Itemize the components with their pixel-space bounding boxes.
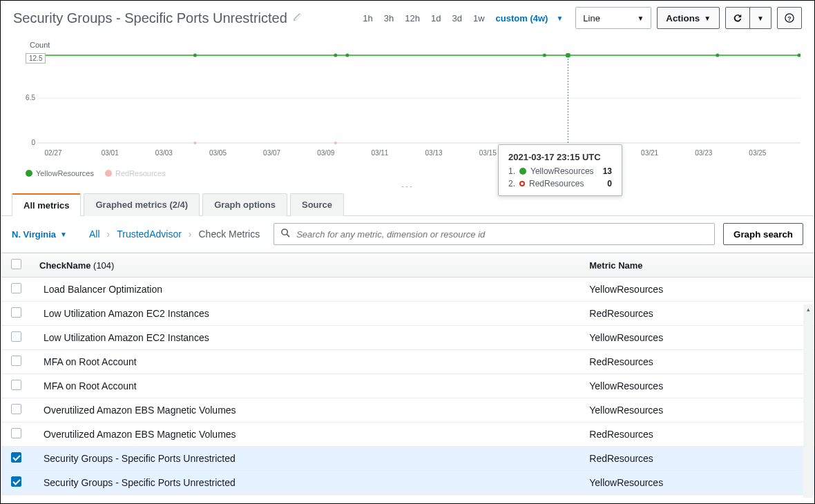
chart-type-caret-icon: ▼ (637, 14, 644, 22)
search-wrap (274, 223, 715, 245)
table-row[interactable]: MFA on Root AccountRedResources (1, 350, 814, 374)
chart-svg: 6.5 0 02/27 03/01 03/03 03/05 03/07 (26, 53, 800, 164)
actions-label: Actions (666, 13, 700, 23)
time-range-1d[interactable]: 1d (427, 12, 445, 25)
time-range-3d[interactable]: 3d (448, 12, 466, 25)
row-checkbox[interactable] (11, 331, 21, 342)
tooltip-row: 1. YellowResources 13 (508, 166, 612, 176)
legend-item-red[interactable]: RedResources (105, 169, 166, 177)
region-select[interactable]: N. Virginia ▼ (12, 229, 67, 240)
chevron-down-icon: ▼ (60, 231, 67, 238)
header-metric-name[interactable]: Metric Name (581, 253, 814, 278)
row-checkbox[interactable] (11, 404, 21, 414)
table-row[interactable]: Low Utilization Amazon EC2 InstancesRedR… (1, 302, 814, 326)
svg-text:02/27: 02/27 (45, 149, 62, 157)
tooltip-dot-icon (519, 181, 525, 186)
select-all-checkbox[interactable] (11, 259, 21, 269)
tabs: All metrics Graphed metrics (2/4) Graph … (1, 193, 814, 216)
time-range-1w[interactable]: 1w (469, 12, 489, 25)
scrollbar[interactable]: ▴ (803, 304, 813, 498)
tooltip-series-name: RedResources (529, 179, 584, 188)
svg-text:?: ? (787, 15, 791, 22)
tooltip-idx: 2. (508, 179, 515, 188)
tab-source[interactable]: Source (290, 193, 344, 216)
cell-check-name: Overutilized Amazon EBS Magnetic Volumes (31, 398, 581, 423)
tooltip-title: 2021-03-17 23:15 UTC (508, 152, 612, 162)
time-range-custom[interactable]: custom (4w) (492, 12, 553, 25)
table-row[interactable]: Overutilized Amazon EBS Magnetic Volumes… (1, 398, 814, 423)
time-range-12h[interactable]: 12h (401, 12, 424, 25)
row-checkbox[interactable] (11, 356, 21, 366)
tab-graph-options[interactable]: Graph options (202, 193, 287, 216)
tab-graphed-metrics[interactable]: Graphed metrics (2/4) (84, 193, 200, 216)
time-range-3h[interactable]: 3h (380, 12, 398, 25)
cell-metric-name: YellowResources (581, 398, 814, 423)
chevron-right-icon: › (189, 229, 192, 240)
row-checkbox[interactable] (11, 307, 21, 318)
search-icon (280, 228, 291, 240)
cell-check-name: Low Utilization Amazon EC2 Instances (31, 302, 581, 326)
search-input[interactable] (274, 223, 715, 245)
time-range-caret-icon[interactable]: ▼ (552, 13, 567, 23)
cell-check-name: MFA on Root Account (31, 350, 581, 374)
svg-point-11 (345, 54, 349, 57)
time-range-1h[interactable]: 1h (358, 12, 376, 25)
graph-search-button[interactable]: Graph search (723, 223, 803, 245)
cell-check-name: Low Utilization Amazon EC2 Instances (31, 326, 581, 350)
legend-dot-icon (26, 170, 32, 177)
page-title: Security Groups - Specific Ports Unrestr… (13, 10, 287, 26)
refresh-button[interactable] (725, 7, 750, 29)
svg-point-17 (334, 142, 337, 144)
svg-text:03/13: 03/13 (425, 149, 443, 157)
breadcrumb-all[interactable]: All (89, 229, 100, 240)
chart-type-select[interactable]: Line ▼ (575, 7, 651, 29)
svg-point-9 (193, 54, 197, 57)
row-checkbox[interactable] (11, 283, 21, 293)
svg-point-16 (193, 142, 196, 144)
svg-point-10 (334, 54, 337, 57)
cell-metric-name: YellowResources (581, 471, 814, 495)
header-check-name[interactable]: CheckName (104) (31, 253, 581, 278)
page-header: Security Groups - Specific Ports Unrestr… (1, 1, 814, 34)
table-row[interactable]: MFA on Root AccountYellowResources (1, 374, 814, 398)
legend-label: RedResources (115, 169, 166, 177)
cell-check-name: Security Groups - Specific Ports Unrestr… (31, 447, 581, 471)
table-row[interactable]: Overutilized Amazon EBS Magnetic Volumes… (1, 423, 814, 447)
chart-area: Count 12.5 6.5 0 (1, 34, 814, 177)
edit-title-icon[interactable] (293, 12, 303, 24)
breadcrumb-trustedadvisor[interactable]: TrustedAdvisor (117, 229, 182, 240)
table-row[interactable]: Load Balancer OptimizationYellowResource… (1, 278, 814, 302)
scroll-up-icon[interactable]: ▴ (803, 304, 813, 314)
cell-metric-name: RedResources (581, 302, 814, 326)
svg-text:03/11: 03/11 (371, 149, 388, 157)
svg-text:0: 0 (31, 139, 35, 146)
svg-text:6.5: 6.5 (26, 94, 35, 101)
cell-check-name: Load Balancer Optimization (31, 278, 581, 302)
svg-point-32 (282, 229, 287, 235)
refresh-icon (733, 13, 742, 23)
cell-metric-name: YellowResources (581, 278, 814, 302)
region-label: N. Virginia (12, 229, 56, 240)
table-row[interactable]: Low Utilization Amazon EC2 InstancesYell… (1, 326, 814, 350)
tab-all-metrics[interactable]: All metrics (12, 193, 81, 216)
table-row[interactable]: Security Groups - Specific Ports Unrestr… (1, 447, 814, 471)
table-row[interactable]: Security Groups - Specific Ports Unrestr… (1, 471, 814, 495)
row-checkbox[interactable] (11, 476, 21, 487)
tooltip-value: 13 (603, 166, 612, 176)
row-checkbox[interactable] (11, 380, 21, 390)
row-checkbox[interactable] (11, 452, 21, 463)
cell-metric-name: RedResources (581, 447, 814, 471)
breadcrumb-current: Check Metrics (199, 229, 260, 240)
row-checkbox[interactable] (11, 428, 21, 438)
help-button[interactable]: ? (777, 7, 802, 29)
resize-handle[interactable]: --- (1, 182, 814, 191)
refresh-options-button[interactable]: ▼ (750, 7, 771, 29)
cell-metric-name: RedResources (581, 350, 814, 374)
legend-label: YellowResources (36, 169, 94, 177)
legend-item-yellow[interactable]: YellowResources (26, 169, 94, 177)
actions-button[interactable]: Actions ▼ (657, 7, 720, 29)
svg-point-13 (566, 53, 570, 58)
refresh-caret-icon: ▼ (757, 14, 764, 22)
cell-metric-name: YellowResources (581, 374, 814, 398)
chart-plot[interactable]: 12.5 6.5 0 02/27 (26, 53, 800, 164)
